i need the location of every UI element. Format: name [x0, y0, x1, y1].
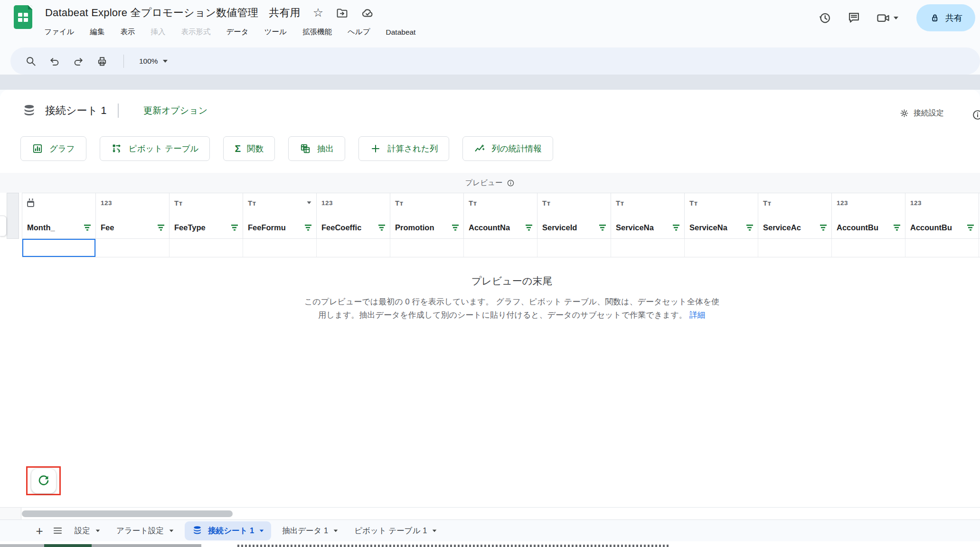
preview-cell[interactable] [170, 239, 243, 257]
filter-icon[interactable] [157, 225, 164, 231]
tab-alert-settings[interactable]: アラート設定 [108, 520, 182, 542]
filter-icon[interactable] [746, 225, 753, 231]
column-header-feetype[interactable]: FeeType [170, 193, 243, 238]
tab-settings[interactable]: 設定 [66, 520, 108, 542]
filter-icon[interactable] [967, 225, 974, 231]
clipped-segment [44, 544, 92, 547]
chevron-down-icon[interactable] [260, 529, 264, 532]
chevron-down-icon[interactable] [433, 529, 437, 532]
tab-label: 設定 [75, 526, 90, 536]
all-sheets-button[interactable] [48, 520, 66, 542]
info-icon[interactable] [971, 109, 980, 121]
horizontal-scrollbar[interactable] [0, 507, 980, 519]
pivot-table-label: ピボット テーブル [129, 143, 199, 154]
undo-icon[interactable] [48, 55, 61, 67]
filter-icon[interactable] [672, 225, 679, 231]
document-title[interactable]: Databeat Explore 全プロモーション数値管理 共有用 [45, 6, 301, 20]
preview-cell[interactable] [685, 239, 758, 257]
preview-cell[interactable] [905, 239, 979, 257]
filter-icon[interactable] [84, 225, 91, 231]
chevron-down-icon[interactable] [334, 529, 338, 532]
text-type-icon [616, 199, 624, 207]
filter-icon[interactable] [525, 225, 532, 231]
filter-icon[interactable] [452, 225, 459, 231]
column-header-feeformu[interactable]: FeeFormu [243, 193, 317, 238]
preview-cell[interactable] [611, 239, 685, 257]
add-sheet-button[interactable]: + [30, 520, 48, 542]
chart-icon [32, 143, 43, 154]
cloud-saved-icon[interactable] [361, 6, 374, 19]
calculated-column-button[interactable]: 計算された列 [358, 136, 449, 161]
filter-icon[interactable] [599, 225, 606, 231]
preview-cell[interactable] [832, 239, 905, 257]
comments-icon[interactable] [847, 11, 861, 25]
column-header-month[interactable]: Month_ [22, 193, 96, 238]
zoom-control[interactable]: 100% [139, 57, 168, 66]
move-folder-icon[interactable] [336, 7, 349, 19]
column-stats-button[interactable]: 列の統計情報 [462, 136, 553, 161]
meet-camera-group[interactable] [876, 11, 898, 25]
text-type-icon [542, 199, 551, 207]
selected-cell[interactable] [22, 239, 96, 257]
column-header-feecoeffic[interactable]: FeeCoeffic [317, 193, 390, 238]
toolbar: 100% [10, 47, 980, 75]
menu-extensions[interactable]: 拡張機能 [302, 27, 332, 37]
tab-pivot-table-1[interactable]: ピボット テーブル 1 [346, 520, 445, 542]
share-button[interactable]: 共有 [916, 4, 975, 31]
star-icon[interactable]: ☆ [313, 7, 323, 19]
sheets-logo-icon[interactable] [14, 5, 32, 29]
frozen-pane-handle[interactable] [0, 216, 7, 236]
column-header-accountna[interactable]: AccountNa [464, 193, 537, 238]
filter-icon[interactable] [893, 225, 900, 231]
column-header-serviceac[interactable]: ServiceAc [758, 193, 832, 238]
menu-edit[interactable]: 編集 [90, 27, 104, 37]
function-button[interactable]: Σ 関数 [223, 136, 275, 161]
redo-icon[interactable] [72, 55, 85, 67]
column-header-promotion[interactable]: Promotion [390, 193, 464, 238]
chevron-down-icon[interactable] [894, 17, 898, 19]
detail-link[interactable]: 詳細 [689, 311, 706, 320]
column-name: FeeCoeffic [321, 223, 361, 232]
info-icon[interactable] [507, 179, 515, 187]
column-header-serviceid[interactable]: ServiceId [537, 193, 611, 238]
chevron-down-icon[interactable] [96, 529, 100, 532]
menu-tools[interactable]: ツール [264, 27, 287, 37]
preview-end-text: このプレビューでは最初の 0 行を表示しています。 グラフ、ピボット テーブル、… [304, 297, 719, 320]
filter-icon[interactable] [231, 225, 238, 231]
menu-file[interactable]: ファイル [44, 27, 74, 37]
preview-cell[interactable] [537, 239, 611, 257]
filter-icon[interactable] [820, 225, 827, 231]
filter-icon[interactable] [304, 225, 311, 231]
preview-cell[interactable] [390, 239, 464, 257]
preview-cell[interactable] [243, 239, 317, 257]
scrollbar-thumb[interactable] [22, 510, 233, 517]
menu-help[interactable]: ヘルプ [348, 27, 370, 37]
search-icon[interactable] [25, 55, 37, 67]
column-header-servicena-2[interactable]: ServiceNa [685, 193, 758, 238]
preview-cell[interactable] [464, 239, 537, 257]
preview-cell[interactable] [758, 239, 832, 257]
chart-button[interactable]: グラフ [20, 136, 86, 161]
column-header-fee[interactable]: Fee [96, 193, 170, 238]
column-header-accountbu-2[interactable]: AccountBu [905, 193, 979, 238]
refresh-button[interactable] [31, 469, 56, 493]
column-header-accountbu-1[interactable]: AccountBu [832, 193, 905, 238]
tab-extract-data-1[interactable]: 抽出データ 1 [274, 520, 346, 542]
menu-view[interactable]: 表示 [120, 27, 135, 37]
pivot-table-button[interactable]: ピボット テーブル [100, 136, 210, 161]
extract-button[interactable]: 抽出 [288, 136, 345, 161]
print-icon[interactable] [96, 55, 108, 67]
preview-cell[interactable] [96, 239, 170, 257]
database-icon [22, 104, 37, 118]
menu-data[interactable]: データ [226, 27, 248, 37]
chevron-down-icon[interactable] [170, 529, 174, 532]
chevron-down-icon[interactable] [307, 201, 311, 204]
version-history-icon[interactable] [818, 11, 832, 25]
update-options-link[interactable]: 更新オプション [143, 104, 207, 117]
column-header-servicena-1[interactable]: ServiceNa [611, 193, 685, 238]
menu-databeat[interactable]: Databeat [386, 28, 416, 37]
connection-settings[interactable]: 接続設定 [899, 108, 944, 118]
filter-icon[interactable] [378, 225, 385, 231]
tab-connected-sheet-1[interactable]: 接続シート 1 [185, 521, 271, 540]
preview-cell[interactable] [317, 239, 390, 257]
